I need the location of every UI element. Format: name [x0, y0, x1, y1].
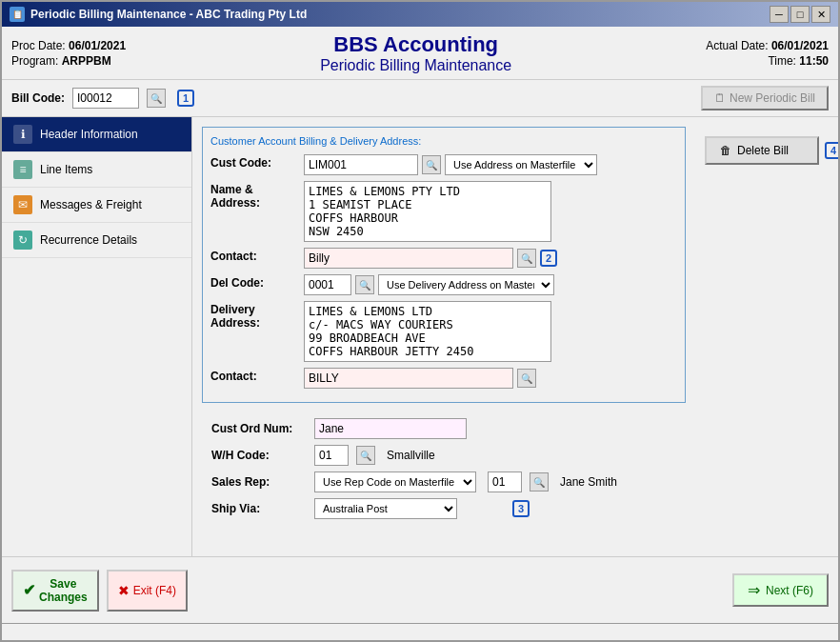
ship-via-select[interactable]: Australia Post DHL FedEx	[314, 498, 457, 519]
cust-code-group: 🔍 Use Address on Masterfile	[304, 154, 597, 175]
sales-rep-label: Sales Rep:	[211, 475, 307, 489]
sidebar-item-label: Recurrence Details	[40, 233, 137, 247]
info-icon: ℹ	[13, 125, 32, 144]
sales-rep-select[interactable]: Use Rep Code on Masterfile	[314, 471, 476, 492]
contact2-search-button[interactable]: 🔍	[517, 369, 536, 388]
cust-ord-num-input[interactable]	[314, 418, 467, 439]
action-panel: 🗑 Delete Bill 4	[695, 127, 829, 531]
cust-ord-num-label: Cust Ord Num:	[211, 422, 307, 435]
program-value: ARPPBM	[62, 54, 111, 68]
bill-code-bar: Bill Code: 🔍 1 🗒 New Periodic Bill	[2, 80, 838, 117]
right-panel: Customer Account Billing & Delivery Addr…	[192, 117, 838, 556]
del-code-label: Del Code:	[210, 274, 296, 290]
sidebar-item-label: Line Items	[40, 163, 92, 176]
new-periodic-bill-button[interactable]: 🗒 New Periodic Bill	[701, 86, 829, 110]
badge-2: 2	[540, 250, 557, 267]
app-icon: 📋	[10, 7, 25, 22]
contact2-row: Contact: 🔍	[210, 368, 677, 389]
bottom-bar: ✔ Save Changes ✖ Exit (F4) ⇒ Next (F6)	[2, 556, 838, 623]
top-info-bar: Proc Date: 06/01/2021 Program: ARPPBM BB…	[2, 27, 838, 80]
delete-bill-label: Delete Bill	[737, 144, 789, 157]
main-content: ℹ Header Information ≡ Line Items ✉ Mess…	[2, 117, 838, 556]
sales-rep-row: Sales Rep: Use Rep Code on Masterfile 🔍 …	[202, 471, 686, 492]
contact2-input[interactable]	[304, 368, 513, 389]
next-button[interactable]: ⇒ Next (F6)	[732, 573, 829, 607]
cust-code-row: Cust Code: 🔍 Use Address on Masterfile	[210, 154, 677, 175]
bill-code-search-button[interactable]: 🔍	[147, 89, 166, 108]
name-address-label: Name & Address:	[210, 181, 296, 210]
date-time-area: Actual Date: 06/01/2021 Time: 11:50	[706, 39, 829, 68]
delete-icon: 🗑	[720, 144, 731, 157]
contact2-label: Contact:	[210, 368, 296, 383]
cust-code-label: Cust Code:	[210, 154, 296, 170]
right-content-wrap: Customer Account Billing & Delivery Addr…	[202, 127, 686, 531]
proc-date-label: Proc Date:	[11, 39, 66, 52]
maximize-button[interactable]: □	[790, 6, 810, 23]
lines-icon: ≡	[13, 160, 32, 179]
contact-input[interactable]	[304, 248, 513, 269]
next-label: Next (F6)	[766, 584, 813, 597]
bottom-left: ✔ Save Changes ✖ Exit (F4)	[11, 570, 188, 612]
sales-rep-code-input[interactable]	[488, 471, 522, 492]
wh-code-label: W/H Code:	[211, 449, 307, 462]
customer-section: Customer Account Billing & Delivery Addr…	[202, 127, 686, 403]
title-controls: ─ □ ✕	[770, 6, 830, 23]
sales-rep-search-button[interactable]: 🔍	[530, 472, 549, 492]
bill-code-left: Bill Code: 🔍 1	[11, 88, 194, 109]
save-check-icon: ✔	[23, 581, 35, 599]
delete-bill-area: 🗑 Delete Bill 4	[705, 136, 838, 165]
del-code-search-button[interactable]: 🔍	[355, 275, 374, 294]
sidebar-item-line-items[interactable]: ≡ Line Items	[2, 152, 191, 188]
proc-info: Proc Date: 06/01/2021 Program: ARPPBM	[11, 39, 126, 68]
exit-label: Exit (F4)	[133, 584, 176, 597]
title-bar: 📋 Periodic Billing Maintenance - ABC Tra…	[2, 2, 838, 27]
sales-rep-name: Jane Smith	[560, 475, 617, 489]
address-option-select[interactable]: Use Address on Masterfile	[445, 154, 597, 175]
title-bar-left: 📋 Periodic Billing Maintenance - ABC Tra…	[10, 7, 307, 22]
sidebar-item-header-information[interactable]: ℹ Header Information	[2, 117, 191, 152]
bill-code-input[interactable]	[72, 88, 139, 109]
main-window: 📋 Periodic Billing Maintenance - ABC Tra…	[0, 0, 840, 642]
wh-code-search-button[interactable]: 🔍	[356, 446, 375, 465]
new-bill-icon: 🗒	[714, 91, 726, 105]
badge-1: 1	[177, 90, 194, 107]
contact-label: Contact:	[210, 248, 296, 263]
sidebar: ℹ Header Information ≡ Line Items ✉ Mess…	[2, 117, 192, 556]
app-title: BBS Accounting	[320, 32, 511, 57]
save-changes-button[interactable]: ✔ Save Changes	[11, 570, 99, 612]
new-periodic-bill-label: New Periodic Bill	[730, 91, 815, 105]
del-address-option-select[interactable]: Use Delivery Address on Masterfile	[378, 274, 554, 295]
del-code-input[interactable]	[304, 274, 351, 295]
exit-button[interactable]: ✖ Exit (F4)	[107, 570, 188, 612]
wh-code-input[interactable]	[314, 445, 349, 466]
cust-code-input[interactable]	[304, 154, 418, 175]
contact2-group: 🔍	[304, 368, 536, 389]
ship-via-label: Ship Via:	[211, 502, 307, 515]
sidebar-item-messages-freight[interactable]: ✉ Messages & Freight	[2, 188, 191, 223]
address-textarea[interactable]: LIMES & LEMONS PTY LTD 1 SEAMIST PLACE C…	[304, 181, 551, 242]
delivery-address-row: Delivery Address: LIMES & LEMONS LTD c/-…	[210, 301, 677, 362]
wh-name: Smallville	[387, 449, 435, 462]
contact-row: Contact: 🔍 2	[210, 248, 677, 269]
contact-search-button[interactable]: 🔍	[517, 249, 536, 268]
del-code-group: 🔍 Use Delivery Address on Masterfile	[304, 274, 554, 295]
next-arrow-icon: ⇒	[748, 581, 760, 599]
actual-date-row: Actual Date: 06/01/2021	[706, 39, 829, 52]
sidebar-item-label: Header Information	[40, 128, 138, 141]
message-icon: ✉	[13, 195, 32, 214]
cust-ord-num-row: Cust Ord Num:	[202, 418, 686, 439]
proc-date-value: 06/01/2021	[69, 39, 126, 52]
time-row: Time: 11:50	[706, 54, 829, 68]
delete-bill-button[interactable]: 🗑 Delete Bill	[705, 136, 819, 165]
sidebar-item-recurrence-details[interactable]: ↻ Recurrence Details	[2, 223, 191, 258]
save-label: Save Changes	[39, 577, 88, 604]
customer-section-title: Customer Account Billing & Delivery Addr…	[210, 135, 677, 147]
delivery-label: Delivery Address:	[210, 301, 296, 330]
program-row: Program: ARPPBM	[11, 54, 126, 68]
delivery-textarea[interactable]: LIMES & LEMONS LTD c/- MACS WAY COURIERS…	[304, 301, 551, 362]
time-value: 11:50	[799, 54, 829, 68]
minimize-button[interactable]: ─	[770, 6, 789, 23]
cust-code-search-button[interactable]: 🔍	[422, 155, 441, 174]
window-title: Periodic Billing Maintenance - ABC Tradi…	[30, 8, 307, 21]
close-button[interactable]: ✕	[811, 6, 830, 23]
